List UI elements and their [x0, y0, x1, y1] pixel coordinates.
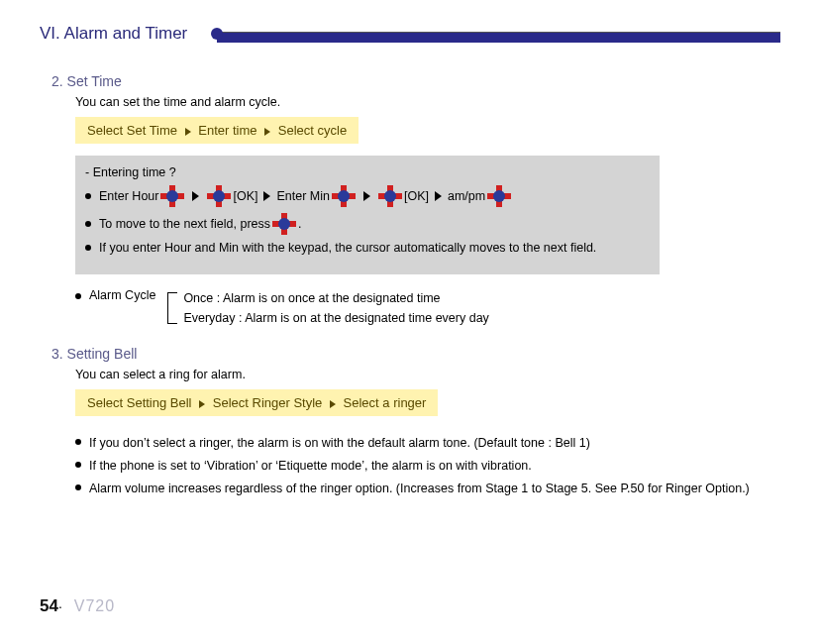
- bullet-row: Alarm volume increases regardless of the…: [75, 480, 780, 498]
- section-3-path: Select Setting Bell Select Ringer Style …: [75, 389, 438, 416]
- chevron-right-icon: [185, 128, 191, 136]
- dpad-left-right-icon: [487, 185, 511, 207]
- label-enter-hour: Enter Hour: [99, 189, 158, 203]
- arrow-right-icon: [263, 191, 270, 201]
- dpad-left-right-icon: [332, 185, 356, 207]
- bullet-icon: [75, 462, 81, 468]
- bullet-icon: [85, 245, 91, 251]
- path-step: Select cycle: [278, 123, 347, 138]
- bullet-icon: [75, 293, 81, 299]
- bullet-icon: [75, 439, 81, 445]
- path-step: Select Set Time: [87, 123, 177, 138]
- label-ok: [OK]: [404, 189, 429, 203]
- chevron-right-icon: [264, 128, 270, 136]
- chevron-right-icon: [330, 400, 336, 408]
- entering-time-question: - Entering time ?: [85, 165, 650, 179]
- bullet-text: Alarm volume increases regardless of the…: [89, 480, 780, 498]
- alarm-cycle-options: Once : Alarm is on once at the designate…: [183, 288, 489, 328]
- auto-move-text: If you enter Hour and Min with the keypa…: [99, 241, 596, 255]
- dpad-left-right-icon: [160, 185, 184, 207]
- page-footer: 54· V720: [40, 596, 115, 616]
- header-rule: [217, 24, 780, 44]
- entering-time-box: - Entering time ? Enter Hour [OK] Enter …: [75, 156, 660, 274]
- move-next-text-post: .: [298, 217, 301, 231]
- label-ampm: am/pm: [448, 189, 485, 203]
- chapter-title: VI. Alarm and Timer: [40, 24, 217, 44]
- arrow-right-icon: [435, 191, 442, 201]
- section-3-bullets: If you don’t select a ringer, the alarm …: [75, 434, 780, 497]
- section-2-desc: You can set the time and alarm cycle.: [75, 95, 780, 109]
- bullet-icon: [75, 484, 81, 490]
- enter-sequence-row: Enter Hour [OK] Enter Min [OK] am/pm: [85, 185, 650, 207]
- alarm-cycle-row: Alarm Cycle Once : Alarm is on once at t…: [75, 288, 780, 328]
- chevron-right-icon: [199, 400, 205, 408]
- section-3-desc: You can select a ring for alarm.: [75, 368, 780, 381]
- bullet-row: If you don’t select a ringer, the alarm …: [75, 434, 780, 453]
- arrow-right-icon: [192, 191, 199, 201]
- section-3-title: 3. Setting Bell: [51, 346, 780, 362]
- footer-separator: ·: [58, 598, 62, 614]
- dpad-center-icon: [272, 213, 296, 235]
- bullet-icon: [85, 221, 91, 227]
- bullet-text: If the phone is set to ‘Vibration’ or ‘E…: [89, 457, 780, 476]
- move-next-text-pre: To move to the next field, press: [99, 217, 270, 231]
- path-step: Enter time: [198, 123, 256, 138]
- auto-move-row: If you enter Hour and Min with the keypa…: [85, 241, 650, 255]
- bullet-icon: [85, 193, 91, 199]
- bullet-text: If you don’t select a ringer, the alarm …: [89, 434, 780, 453]
- move-next-row: To move to the next field, press .: [85, 213, 650, 235]
- cycle-everyday: Everyday : Alarm is on at the designated…: [183, 308, 489, 328]
- dpad-center-icon: [207, 185, 231, 207]
- chapter-header: VI. Alarm and Timer: [40, 24, 780, 44]
- bullet-row: If the phone is set to ‘Vibration’ or ‘E…: [75, 457, 780, 476]
- section-2-title: 2. Set Time: [51, 73, 780, 89]
- label-enter-min: Enter Min: [276, 189, 330, 203]
- model-name: V720: [74, 597, 115, 614]
- path-step: Select Ringer Style: [213, 395, 323, 410]
- path-step: Select a ringer: [344, 395, 427, 410]
- arrow-right-icon: [363, 191, 370, 201]
- section-2-path: Select Set Time Enter time Select cycle: [75, 117, 359, 144]
- page-number: 54: [40, 596, 58, 615]
- label-ok: [OK]: [233, 189, 257, 203]
- cycle-once: Once : Alarm is on once at the designate…: [183, 288, 489, 308]
- path-step: Select Setting Bell: [87, 395, 192, 410]
- bracket-icon: [167, 288, 179, 328]
- dpad-center-icon: [378, 185, 402, 207]
- alarm-cycle-label: Alarm Cycle: [89, 288, 155, 302]
